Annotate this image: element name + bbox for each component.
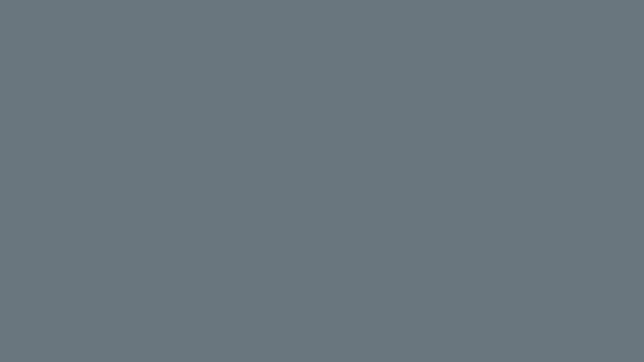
fl-studio-window <box>0 0 644 362</box>
